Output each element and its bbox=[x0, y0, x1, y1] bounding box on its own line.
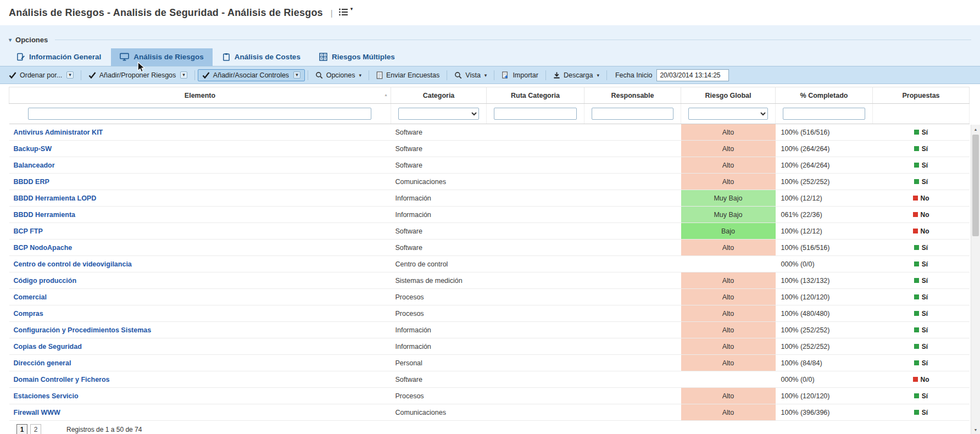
riesgo-global-badge: Alto bbox=[681, 157, 776, 174]
element-link[interactable]: Firewall WWW bbox=[14, 409, 60, 416]
filter-responsable-input[interactable] bbox=[592, 108, 673, 120]
ordenar-por-button[interactable]: Ordenar por...▾ bbox=[4, 69, 78, 81]
magnifier-icon bbox=[315, 71, 323, 79]
importar-button[interactable]: Importar bbox=[497, 69, 543, 81]
toolbar-button-label: Importar bbox=[513, 71, 538, 79]
si-indicator-icon bbox=[914, 146, 919, 151]
tab-informacion-general[interactable]: Información General bbox=[8, 48, 110, 66]
magnifier-icon bbox=[454, 71, 462, 79]
element-link[interactable]: BBDD ERP bbox=[14, 178, 49, 186]
ruta-categoria-cell bbox=[487, 124, 584, 141]
column-header-riesgo-global[interactable]: Riesgo Global bbox=[681, 87, 776, 104]
element-link[interactable]: BBDD Herramienta LOPD bbox=[14, 194, 97, 202]
page-button-1[interactable]: 1 bbox=[16, 424, 27, 434]
propuestas-cell: Sí bbox=[873, 174, 970, 190]
page-button-2[interactable]: 2 bbox=[30, 424, 41, 434]
vertical-scrollbar[interactable]: ▲ ▼ bbox=[971, 125, 980, 434]
riesgo-global-badge: Alto bbox=[681, 240, 776, 256]
element-link[interactable]: BCP FTP bbox=[14, 227, 43, 235]
si-indicator-icon bbox=[914, 327, 919, 332]
chevron-down-icon[interactable]: ▾ bbox=[66, 71, 74, 79]
element-link[interactable]: Copias de Seguridad bbox=[14, 343, 82, 350]
column-header-propuestas[interactable]: Propuestas bbox=[873, 87, 970, 104]
responsable-cell bbox=[584, 338, 681, 355]
table-row: Copias de SeguridadInformaciónAlto100% (… bbox=[9, 338, 970, 355]
tab-riesgos-multiples[interactable]: Riesgos Múltiples bbox=[310, 48, 404, 66]
table-row: BBDD HerramientaInformaciónMuy Bajo061% … bbox=[9, 207, 970, 223]
column-header-elemento[interactable]: Elemento▲ bbox=[9, 87, 391, 104]
enviar-encuestas-button[interactable]: Enviar Encuestas bbox=[372, 69, 444, 81]
si-indicator-icon bbox=[914, 130, 919, 135]
chevron-down-icon[interactable]: ▾ bbox=[359, 73, 361, 78]
chevron-down-icon[interactable]: ▾ bbox=[180, 71, 187, 79]
scrollbar-thumb[interactable] bbox=[972, 135, 979, 236]
riesgo-global-badge bbox=[681, 256, 776, 272]
fecha-inicio-input[interactable] bbox=[656, 69, 729, 81]
anadir-asociar-controles-button[interactable]: Añadir/Asociar Controles▾ bbox=[198, 69, 305, 81]
column-header-categoria[interactable]: Categoria bbox=[391, 87, 487, 104]
scroll-down-icon[interactable]: ▼ bbox=[971, 425, 980, 434]
responsable-cell bbox=[584, 141, 681, 157]
filter-completado-input[interactable] bbox=[783, 108, 865, 120]
filter-row bbox=[9, 104, 970, 124]
element-link[interactable]: BBDD Herramienta bbox=[14, 211, 76, 219]
vista-button[interactable]: Vista▾ bbox=[450, 69, 491, 81]
responsable-cell bbox=[584, 240, 681, 256]
propuestas-cell: Sí bbox=[873, 338, 970, 355]
filter-elemento-input[interactable] bbox=[28, 108, 371, 120]
element-link[interactable]: Backup-SW bbox=[14, 145, 52, 153]
doc-edit-icon bbox=[16, 53, 25, 61]
descarga-button[interactable]: Descarga▾ bbox=[549, 69, 604, 81]
element-link[interactable]: Comercial bbox=[14, 293, 47, 301]
chevron-down-icon[interactable]: ▾ bbox=[597, 73, 599, 78]
tab-analisis-de-costes[interactable]: Análisis de Costes bbox=[214, 48, 309, 66]
chevron-down-icon[interactable]: ▾ bbox=[485, 73, 487, 78]
element-link[interactable]: Antivirus Administrator KIT bbox=[14, 129, 103, 136]
element-link[interactable]: Domain Controller y Ficheros bbox=[14, 376, 110, 383]
propuestas-cell: No bbox=[873, 190, 970, 207]
anadir-proponer-riesgos-button[interactable]: Añadir/Proponer Riesgos▾ bbox=[84, 69, 192, 81]
import-icon bbox=[502, 71, 509, 79]
scroll-up-icon[interactable]: ▲ bbox=[971, 125, 980, 133]
toolbar-button-label: Ordenar por... bbox=[20, 71, 62, 79]
tab-analisis-de-riesgos[interactable]: Análisis de Riesgos bbox=[111, 48, 213, 66]
collapse-icon: ▾ bbox=[9, 37, 12, 43]
opciones-button[interactable]: Opciones▾ bbox=[311, 69, 366, 81]
chevron-down-icon[interactable]: ▾ bbox=[293, 71, 300, 79]
categoria-cell: Información bbox=[391, 207, 487, 223]
element-link[interactable]: Estaciones Servicio bbox=[14, 392, 79, 400]
responsable-cell bbox=[584, 305, 681, 322]
toolbar-button-label: Enviar Encuestas bbox=[386, 71, 439, 79]
element-link[interactable]: BCP NodoApache bbox=[14, 244, 73, 252]
categoria-cell: Software bbox=[391, 240, 487, 256]
filter-categoria-select[interactable] bbox=[398, 108, 479, 120]
categoria-cell: Sistemas de medición bbox=[391, 272, 487, 289]
completado-cell: 100% (12/12) bbox=[776, 190, 873, 207]
element-link[interactable]: Balanceador bbox=[14, 162, 55, 169]
element-link[interactable]: Código producción bbox=[14, 277, 77, 285]
element-link[interactable]: Dirección general bbox=[14, 359, 71, 367]
toolbar-separator bbox=[81, 70, 81, 80]
no-indicator-icon bbox=[913, 229, 918, 233]
filter-riesgo-global-select[interactable] bbox=[688, 108, 768, 120]
completado-cell: 100% (264/264) bbox=[776, 157, 873, 174]
options-panel-header[interactable]: ▾ Opciones bbox=[9, 34, 971, 45]
column-header-ruta-categoria[interactable]: Ruta Categoria bbox=[487, 87, 584, 104]
element-link[interactable]: Compras bbox=[14, 310, 43, 318]
tab-label: Riesgos Múltiples bbox=[332, 53, 395, 61]
responsable-cell bbox=[584, 404, 681, 421]
toolbar-separator bbox=[369, 70, 369, 80]
riesgo-global-badge: Alto bbox=[681, 289, 776, 305]
riesgo-global-badge bbox=[681, 371, 776, 388]
column-header-completado[interactable]: % Completado bbox=[776, 87, 873, 104]
list-menu-button[interactable]: ▾ bbox=[338, 8, 353, 18]
table-row: Estaciones ServicioProcesosAlto100% (120… bbox=[9, 388, 970, 404]
element-link[interactable]: Configuración y Procedimientos Sistemas bbox=[14, 326, 152, 334]
riesgo-global-badge: Alto bbox=[681, 305, 776, 322]
completado-cell: 100% (120/120) bbox=[776, 289, 873, 305]
risk-table-area: Elemento▲ Categoria Ruta Categoria Respo… bbox=[0, 87, 980, 434]
filter-ruta-categoria-input[interactable] bbox=[494, 108, 576, 120]
si-indicator-icon bbox=[914, 311, 919, 316]
column-header-responsable[interactable]: Responsable bbox=[584, 87, 681, 104]
element-link[interactable]: Centro de control de videovigilancia bbox=[14, 260, 132, 268]
